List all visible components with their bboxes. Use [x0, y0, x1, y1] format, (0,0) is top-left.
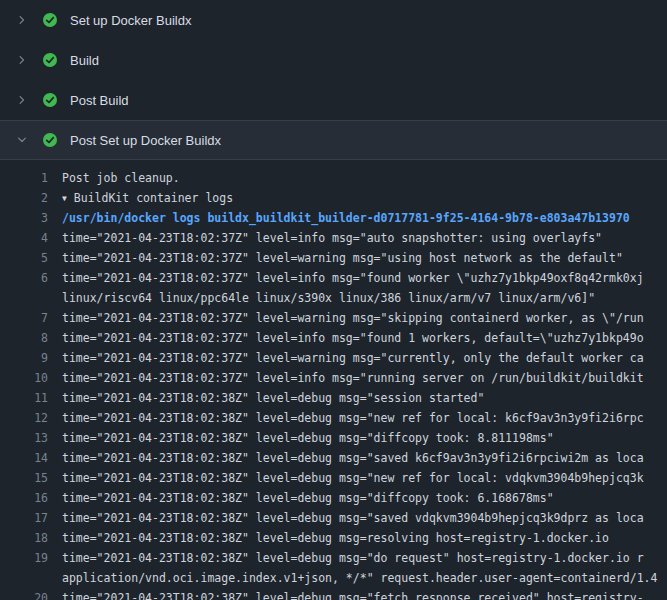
line-number[interactable]: 19 [0, 548, 48, 568]
log-line: 18 time="2021-04-23T18:02:38Z" level=deb… [0, 528, 667, 548]
chevron-right-icon [14, 12, 30, 28]
line-text-wrap: time="2021-04-23T18:02:38Z" level=debug … [62, 388, 667, 408]
step-label: Post Set up Docker Buildx [70, 133, 221, 148]
log-line: 16 time="2021-04-23T18:02:38Z" level=deb… [0, 488, 667, 508]
step-header[interactable]: Set up Docker Buildx [0, 0, 667, 40]
line-number[interactable]: 15 [0, 468, 48, 488]
line-text: time="2021-04-23T18:02:37Z" level=warnin… [62, 351, 644, 365]
line-text: /usr/bin/docker logs buildx_buildkit_bui… [62, 211, 630, 225]
chevron-right-icon [14, 92, 30, 108]
line-text-wrap: time="2021-04-23T18:02:38Z" level=debug … [62, 408, 667, 428]
log-line: 2 ▼BuildKit container logs [0, 188, 667, 208]
log-line: linux/riscv64 linux/ppc64le linux/s390x … [0, 288, 667, 308]
line-number[interactable]: 20 [0, 588, 48, 600]
log-line: 5 time="2021-04-23T18:02:37Z" level=warn… [0, 248, 667, 268]
check-circle-icon [42, 92, 58, 108]
line-text: time="2021-04-23T18:02:38Z" level=debug … [62, 511, 644, 525]
actions-log-viewer: Set up Docker Buildx Build Post Buil [0, 0, 667, 600]
log-line: 1 Post job cleanup. [0, 168, 667, 188]
line-text: time="2021-04-23T18:02:38Z" level=debug … [62, 431, 554, 445]
line-text-wrap: time="2021-04-23T18:02:37Z" level=warnin… [62, 248, 667, 268]
step-header[interactable]: Post Build [0, 80, 667, 120]
line-text-wrap: time="2021-04-23T18:02:38Z" level=debug … [62, 548, 667, 568]
step-list: Set up Docker Buildx Build Post Buil [0, 0, 667, 160]
line-number[interactable]: 18 [0, 528, 48, 548]
line-number[interactable]: 8 [0, 328, 48, 348]
line-number[interactable]: 13 [0, 428, 48, 448]
step-header[interactable]: Post Set up Docker Buildx [0, 120, 667, 160]
line-text: Post job cleanup. [62, 171, 180, 185]
line-text-wrap: ▼BuildKit container logs [62, 188, 667, 208]
line-text: application/vnd.oci.image.index.v1+json,… [62, 571, 657, 585]
log-area[interactable]: 1 Post job cleanup. 2 ▼BuildKit containe… [0, 160, 667, 600]
log-line: 12 time="2021-04-23T18:02:38Z" level=deb… [0, 408, 667, 428]
check-circle-icon [42, 12, 58, 28]
log-line: 15 time="2021-04-23T18:02:38Z" level=deb… [0, 468, 667, 488]
line-text: time="2021-04-23T18:02:37Z" level=warnin… [62, 311, 644, 325]
log-line: 4 time="2021-04-23T18:02:37Z" level=info… [0, 228, 667, 248]
line-text-wrap: /usr/bin/docker logs buildx_buildkit_bui… [62, 208, 667, 228]
line-number[interactable]: 3 [0, 208, 48, 228]
line-number[interactable]: 4 [0, 228, 48, 248]
line-text-wrap: time="2021-04-23T18:02:38Z" level=debug … [62, 448, 667, 468]
chevron-right-icon [14, 52, 30, 68]
line-number[interactable]: 7 [0, 308, 48, 328]
line-text-wrap: time="2021-04-23T18:02:38Z" level=debug … [62, 488, 667, 508]
line-text-wrap: time="2021-04-23T18:02:37Z" level=warnin… [62, 348, 667, 368]
log-line: 9 time="2021-04-23T18:02:37Z" level=warn… [0, 348, 667, 368]
log-line: 19 time="2021-04-23T18:02:38Z" level=deb… [0, 548, 667, 568]
line-number[interactable]: 14 [0, 448, 48, 468]
log-line: 3 /usr/bin/docker logs buildx_buildkit_b… [0, 208, 667, 228]
line-text-wrap: time="2021-04-23T18:02:38Z" level=debug … [62, 428, 667, 448]
log-line: 13 time="2021-04-23T18:02:38Z" level=deb… [0, 428, 667, 448]
check-circle-icon [42, 132, 58, 148]
line-text: time="2021-04-23T18:02:38Z" level=debug … [62, 531, 609, 545]
step-label: Build [70, 53, 99, 68]
line-text: time="2021-04-23T18:02:38Z" level=debug … [62, 591, 644, 600]
line-text-wrap: Post job cleanup. [62, 168, 667, 188]
line-text: time="2021-04-23T18:02:37Z" level=info m… [62, 231, 602, 245]
line-number[interactable] [0, 288, 48, 308]
line-text: BuildKit container logs [74, 191, 233, 205]
line-text: linux/riscv64 linux/ppc64le linux/s390x … [62, 291, 595, 305]
chevron-down-icon [14, 132, 30, 148]
log-line: 14 time="2021-04-23T18:02:38Z" level=deb… [0, 448, 667, 468]
line-number[interactable]: 9 [0, 348, 48, 368]
log-line: 11 time="2021-04-23T18:02:38Z" level=deb… [0, 388, 667, 408]
line-number[interactable]: 5 [0, 248, 48, 268]
step-header[interactable]: Build [0, 40, 667, 80]
line-number[interactable]: 6 [0, 268, 48, 288]
line-text: time="2021-04-23T18:02:38Z" level=debug … [62, 411, 644, 425]
line-text-wrap: time="2021-04-23T18:02:37Z" level=info m… [62, 268, 667, 288]
line-text-wrap: time="2021-04-23T18:02:38Z" level=debug … [62, 528, 667, 548]
step-label: Set up Docker Buildx [70, 13, 191, 28]
line-text-wrap: linux/riscv64 linux/ppc64le linux/s390x … [62, 288, 667, 308]
log-line: 20 time="2021-04-23T18:02:38Z" level=deb… [0, 588, 667, 600]
line-text-wrap: time="2021-04-23T18:02:37Z" level=info m… [62, 328, 667, 348]
line-number[interactable]: 17 [0, 508, 48, 528]
line-number[interactable]: 10 [0, 368, 48, 388]
line-text: time="2021-04-23T18:02:38Z" level=debug … [62, 451, 644, 465]
line-number[interactable]: 12 [0, 408, 48, 428]
line-text: time="2021-04-23T18:02:37Z" level=warnin… [62, 251, 623, 265]
line-text-wrap: time="2021-04-23T18:02:37Z" level=info m… [62, 368, 667, 388]
log-group-toggle-icon[interactable]: ▼ [62, 194, 67, 203]
line-text-wrap: time="2021-04-23T18:02:38Z" level=debug … [62, 588, 667, 600]
line-number[interactable]: 2 [0, 188, 48, 208]
line-number[interactable] [0, 568, 48, 588]
log-line: 7 time="2021-04-23T18:02:37Z" level=warn… [0, 308, 667, 328]
line-text-wrap: application/vnd.oci.image.index.v1+json,… [62, 568, 667, 588]
log-line: application/vnd.oci.image.index.v1+json,… [0, 568, 667, 588]
line-text-wrap: time="2021-04-23T18:02:38Z" level=debug … [62, 468, 667, 488]
line-text: time="2021-04-23T18:02:38Z" level=debug … [62, 551, 644, 565]
line-number[interactable]: 1 [0, 168, 48, 188]
line-text: time="2021-04-23T18:02:38Z" level=debug … [62, 391, 484, 405]
check-circle-icon [42, 52, 58, 68]
line-number[interactable]: 16 [0, 488, 48, 508]
line-text-wrap: time="2021-04-23T18:02:37Z" level=warnin… [62, 308, 667, 328]
line-number[interactable]: 11 [0, 388, 48, 408]
line-text: time="2021-04-23T18:02:37Z" level=info m… [62, 331, 644, 345]
line-text: time="2021-04-23T18:02:37Z" level=info m… [62, 271, 644, 285]
line-text: time="2021-04-23T18:02:37Z" level=info m… [62, 371, 644, 385]
line-text-wrap: time="2021-04-23T18:02:37Z" level=info m… [62, 228, 667, 248]
